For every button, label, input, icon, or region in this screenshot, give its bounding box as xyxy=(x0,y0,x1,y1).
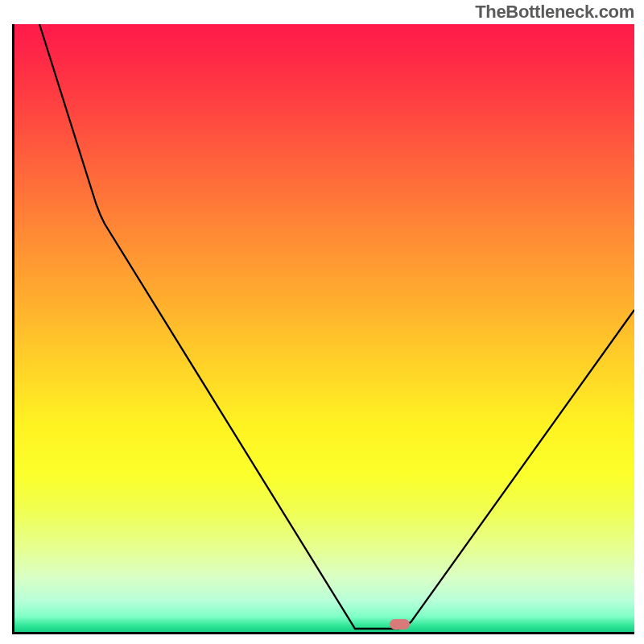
chart-plot-area xyxy=(12,24,634,634)
optimum-marker xyxy=(390,619,410,630)
watermark-text: TheBottleneck.com xyxy=(475,2,634,23)
bottleneck-curve xyxy=(14,24,634,632)
